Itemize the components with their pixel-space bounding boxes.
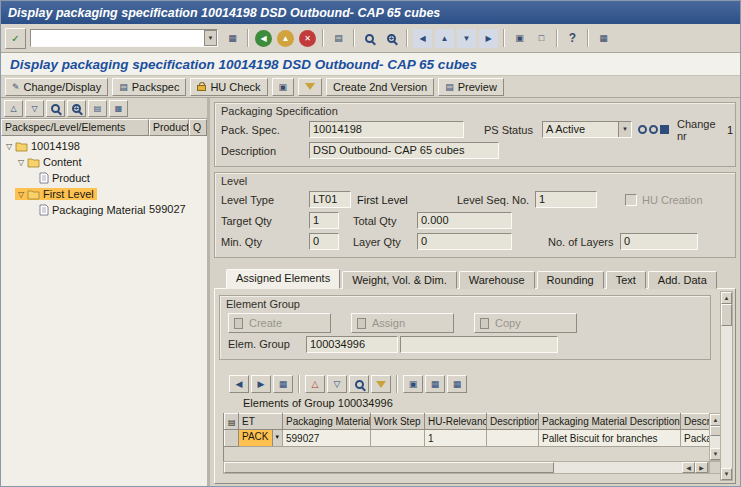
level-seq-field[interactable]: 1 (535, 191, 597, 208)
cancel-button[interactable]: ✕ (297, 28, 318, 49)
packspec-button[interactable]: ▤ Packspec (112, 78, 186, 96)
scroll-up-icon[interactable]: ▲ (721, 292, 732, 304)
tree-item-content[interactable]: ▽ Content (1, 154, 207, 170)
preview-button[interactable]: ▤ Preview (438, 78, 504, 96)
row-selector-header[interactable]: ▤ (225, 414, 239, 430)
tab-text[interactable]: Text (606, 271, 646, 289)
tree-item-label[interactable]: First Level (40, 188, 97, 200)
assign-button[interactable]: Assign (351, 313, 454, 333)
column-header-et[interactable]: ET (239, 414, 283, 430)
tree-item-packspec-root[interactable]: ▽ 10014198 (1, 138, 207, 154)
column-header-packspec[interactable]: Packspec/Level/Elements (1, 119, 149, 136)
cell-description[interactable] (487, 430, 539, 447)
previous-row-button[interactable]: ◀ (229, 375, 249, 393)
tree-item-packaging-material[interactable]: Packaging Material 599027 (1, 202, 207, 218)
create-shortcut-button[interactable]: □ (531, 28, 552, 49)
column-header-q[interactable]: Q (189, 119, 207, 136)
tree-item-first-level[interactable]: ▽ First Level (1, 186, 207, 202)
et-dropdown-icon[interactable]: ▼ (272, 430, 283, 446)
tree-item-label[interactable]: Packaging Material (49, 204, 149, 216)
help-button[interactable]: ? (562, 28, 583, 49)
tab-assigned-elements[interactable]: Assigned Elements (226, 269, 340, 289)
tree-item-label[interactable]: Content (40, 156, 85, 168)
panel-vertical-scrollbar[interactable]: ▲ ▼ (720, 291, 733, 481)
create-button[interactable]: Create (228, 313, 331, 333)
back-button[interactable]: ◀ (253, 28, 274, 49)
hu-check-button[interactable]: HU Check (190, 78, 267, 96)
row-selector[interactable] (225, 430, 239, 447)
expander-icon[interactable]: ▽ (15, 158, 27, 167)
sort-descending-button[interactable]: ▽ (327, 375, 347, 393)
find-button[interactable] (359, 28, 380, 49)
copy-docs-button[interactable]: ▣ (272, 78, 295, 96)
scrollbar-thumb[interactable] (224, 462, 554, 473)
scroll-down-icon[interactable]: ▼ (721, 468, 732, 480)
find-next-button[interactable] (381, 28, 402, 49)
column-header-description[interactable]: Description (487, 414, 539, 430)
next-page-button[interactable]: ▼ (456, 28, 477, 49)
exit-button[interactable]: ▲ (275, 28, 296, 49)
scrollbar-track[interactable] (554, 462, 682, 473)
table-horizontal-scrollbar[interactable]: ◀ ▶ (223, 461, 709, 474)
change-overview-icon[interactable] (649, 125, 658, 134)
column-header-work-step[interactable]: Work Step (371, 414, 425, 430)
enter-button[interactable]: ✓ (5, 28, 26, 49)
tree-item-product-value[interactable]: 599027 (149, 203, 186, 215)
elem-group-field[interactable]: 100034996 (306, 336, 398, 353)
tree-item-product[interactable]: Product (1, 170, 207, 186)
next-row-button[interactable]: ▶ (251, 375, 271, 393)
cell-work-step[interactable] (371, 430, 425, 447)
total-qty-field[interactable]: 0.000 (417, 212, 512, 229)
scrollbar-track[interactable] (721, 326, 732, 468)
change-documents-icon[interactable] (638, 125, 647, 134)
tree-item-label[interactable]: 10014198 (28, 140, 83, 152)
last-page-button[interactable]: ▶ (478, 28, 499, 49)
check-filter-button[interactable] (298, 78, 322, 96)
table-layout-button[interactable]: ▦ (425, 375, 445, 393)
cell-packaging-material[interactable]: 599027 (283, 430, 371, 447)
dropdown-icon[interactable]: ▼ (618, 122, 631, 137)
column-header-descri[interactable]: Descri (681, 414, 710, 430)
tree-item-label[interactable]: Product (49, 172, 93, 184)
tab-warehouse[interactable]: Warehouse (459, 271, 535, 289)
first-page-button[interactable]: ◀ (412, 28, 433, 49)
expander-icon[interactable]: ▽ (15, 190, 27, 199)
create-2nd-version-button[interactable]: Create 2nd Version (326, 78, 434, 96)
copy-table-button[interactable]: ▣ (403, 375, 423, 393)
elem-group-desc-field[interactable] (400, 336, 558, 353)
hu-creation-checkbox[interactable] (625, 194, 637, 206)
target-qty-field[interactable]: 1 (309, 212, 339, 229)
description-field[interactable]: DSD Outbound- CAP 65 cubes (309, 142, 499, 159)
tree-print-button[interactable]: ▤ (88, 100, 107, 117)
expander-icon[interactable]: ▽ (3, 142, 15, 151)
min-qty-field[interactable]: 0 (309, 233, 339, 250)
change-display-button[interactable]: ✎ Change/Display (5, 78, 108, 96)
column-header-packaging-material[interactable]: Packaging Material (283, 414, 371, 430)
tree-find-button[interactable] (46, 100, 65, 117)
tab-rounding[interactable]: Rounding (537, 271, 604, 289)
command-field[interactable]: ▼ (30, 29, 218, 47)
table-settings-button[interactable]: ▦ (447, 375, 467, 393)
no-of-layers-field[interactable]: 0 (620, 233, 698, 250)
details-button[interactable]: ▦ (273, 375, 293, 393)
new-session-button[interactable]: ▣ (509, 28, 530, 49)
column-header-hu-relevance[interactable]: HU-Relevance (425, 414, 487, 430)
sort-ascending-button[interactable]: △ (305, 375, 325, 393)
print-button[interactable]: ▤ (328, 28, 349, 49)
tab-weight-vol-dim[interactable]: Weight, Vol. & Dim. (342, 271, 457, 289)
scroll-left-icon[interactable]: ◀ (682, 462, 695, 473)
layer-qty-field[interactable]: 0 (417, 233, 512, 250)
cell-pm-description[interactable]: Pallet Biscuit for branches (539, 430, 681, 447)
level-type-field[interactable]: LT01 (309, 191, 351, 208)
collapse-all-button[interactable]: △ (4, 100, 23, 117)
column-header-pm-description[interactable]: Packaging Material Description (539, 414, 681, 430)
command-history-icon[interactable]: ▼ (204, 30, 217, 46)
tab-add-data[interactable]: Add. Data (648, 271, 717, 289)
cell-descri[interactable]: Packa (681, 430, 710, 447)
customize-layout-button[interactable]: ▦ (593, 28, 614, 49)
expand-all-button[interactable]: ▽ (25, 100, 44, 117)
copy-button[interactable]: Copy (474, 313, 577, 333)
cell-et[interactable]: PACK ▼ (239, 430, 283, 447)
previous-page-button[interactable]: ▲ (434, 28, 455, 49)
tree-layout-button[interactable]: ▦ (109, 100, 128, 117)
